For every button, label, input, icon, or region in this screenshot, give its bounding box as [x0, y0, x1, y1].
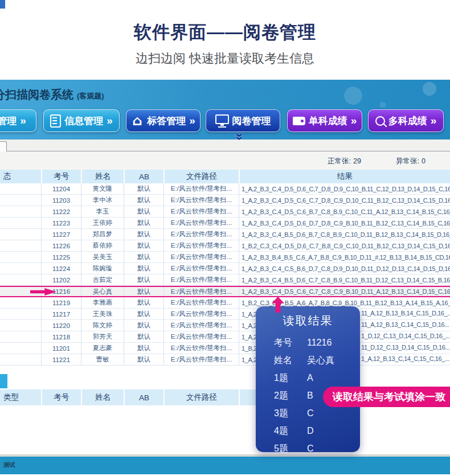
exam-no-cell: 11202	[41, 274, 81, 285]
result-text: 1_A,2_B,3_B,4_B,5_C,6_A,7_B,8_C,9_B,10_D…	[242, 254, 450, 261]
nav-button-grading-manage[interactable]: 阅卷管理	[206, 109, 280, 132]
path-cell: E:/风云软件/慧考扫...	[163, 320, 239, 331]
exam-no-cell: 11224	[41, 263, 81, 274]
popup-answer-label: 2题	[274, 390, 302, 402]
table-row[interactable]: 11222李玉默认E:/风云软件/慧考扫...1_A,2_B,3_C,4_D,5…	[0, 206, 450, 218]
path-cell: E:/风云软件/慧考扫...	[163, 274, 239, 285]
active-tab-chevron-down-icon: »	[232, 133, 248, 140]
wallet-icon	[293, 117, 305, 125]
nav-button-multi-score[interactable]: 多科成绩 »	[368, 109, 444, 132]
nav-button-manage[interactable]: 管理 »	[0, 109, 36, 132]
table-row[interactable]: 11220陈文婷默认E:/风云软件/慧考扫...1_A,2_11_A,12_B,…	[0, 320, 450, 331]
exam-no-cell: 11220	[41, 320, 81, 331]
status-cell	[0, 240, 41, 251]
popup-field-value: 吴心真	[307, 355, 334, 365]
result-cell: 1_A,2_B,3_B,4_B,5_C,6_A,7_B,8_C,9_B,10_D…	[239, 252, 450, 262]
name-cell: 郭芳天	[81, 331, 124, 342]
table-row[interactable]: 11202吉茹定默认E:/风云软件/慧考扫...1_A,2_B,3_C,4_B,…	[0, 274, 450, 286]
chevron-right-icon: »	[351, 114, 357, 127]
ab-cell: 默认	[124, 240, 163, 251]
column-header-ab: AB	[124, 389, 163, 405]
table-row[interactable]: 11218郭芳天默认E:/风云软件/慧考扫...1_A,2_1_D,12_C,1…	[0, 331, 450, 343]
table-row[interactable]: 11204黄文隆默认E:/风云软件/慧考扫...1_A,2_B,3_C,4_D,…	[0, 183, 450, 195]
exam-no-cell: 11226	[41, 240, 81, 251]
nav-button-info-manage[interactable]: 信息管理 »	[43, 109, 120, 132]
popup-field: 姓名吴心真	[274, 355, 360, 367]
result-text: 1_B,2_C,3_C,4_D,5_D,6_C,7_B,8_C,9_C,10_D…	[242, 243, 450, 249]
popup-title: 读取结果	[256, 313, 360, 329]
result-cell: 1_A,2_B,3_C,4_D,5_C,6_B,7_C,8_B,9_C,10_C…	[239, 206, 450, 217]
app-header: 分扫描阅卷系统(客观题) 管理 » 信息管理 » ⌂ 标答管理 » 阅卷管理	[0, 80, 450, 139]
table-row[interactable]: 11224陈婉璇默认E:/风云软件/慧考扫...1_A,2_B,3_C,4_C,…	[0, 263, 450, 274]
ab-cell: 默认	[124, 229, 163, 240]
bottom-panel-tab[interactable]	[0, 374, 7, 388]
status-cell	[0, 252, 41, 262]
status-cell	[0, 331, 41, 342]
chevron-right-icon: »	[107, 114, 113, 127]
status-cell	[0, 320, 41, 331]
nav-button-answerkey-manage[interactable]: ⌂ 标答管理 »	[126, 109, 201, 132]
chevron-right-icon: »	[20, 114, 26, 127]
path-cell: E:/风云软件/慧考扫...	[163, 218, 239, 228]
result-text-tail: 11_A,12_B,13_C,14_C,15_D,16...	[361, 321, 449, 328]
ab-cell: 默认	[124, 309, 163, 319]
table-header-row: 态 考号 姓名 AB 文件路径 结果	[0, 170, 450, 183]
table-row[interactable]: 11201夏志豪默认E:/风云软件/慧考扫...1_B,2_11_D,12_C,…	[0, 343, 450, 354]
popup-answer-value: B	[307, 391, 313, 400]
path-cell: E:/风云软件/慧考扫...	[163, 206, 239, 217]
column-header-name: 姓名	[81, 170, 124, 183]
path-cell: E:/风云软件/慧考扫...	[163, 240, 239, 251]
page-subtitle: 边扫边阅 快速批量读取考生信息	[0, 50, 450, 67]
app-title: 分扫描阅卷系统(客观题)	[0, 87, 104, 102]
status-cell	[0, 343, 41, 354]
column-header-path: 文件路径	[163, 389, 239, 405]
tab-strip	[0, 139, 450, 151]
table-row[interactable]: 11221曹敏默认E:/风云软件/慧考扫...1_A,2_1_A,12_B,13…	[0, 354, 450, 366]
table-row[interactable]: 11226蔡依婷默认E:/风云软件/慧考扫...1_B,2_C,3_C,4_D,…	[0, 240, 450, 252]
column-header-exam-no: 考号	[41, 170, 81, 183]
result-cell: 1_A,2_B,3_C,4_D,5_C,6_C,7_D,8_C,9_D,10_C…	[239, 195, 450, 206]
name-cell: 李雅惠	[81, 297, 124, 308]
exam-no-cell: 11221	[41, 354, 81, 365]
name-cell: 李中冰	[81, 195, 124, 206]
table-row[interactable]: 11227郑昌梦默认E:/风云软件/慧考扫...1_A,2_B,3_C,4_B,…	[0, 229, 450, 240]
name-cell: 李玉	[81, 206, 124, 217]
popup-answer-value: C	[307, 408, 314, 418]
ab-cell: 默认	[124, 274, 163, 285]
status-cell	[0, 183, 41, 194]
nav-button-single-score[interactable]: 单科成绩 »	[287, 109, 362, 132]
chevron-right-icon: »	[189, 114, 195, 127]
page-title: 软件界面——阅卷管理	[0, 20, 450, 44]
ab-cell: 默认	[124, 343, 163, 354]
path-cell: E:/风云软件/慧考扫...	[163, 195, 239, 206]
name-cell: 郑昌梦	[81, 229, 124, 240]
path-cell: E:/风云软件/慧考扫...	[163, 229, 239, 240]
nav-button-label: 单科成绩	[309, 114, 347, 128]
exam-no-cell: 11201	[41, 343, 81, 354]
path-cell: E:/风云软件/慧考扫...	[163, 309, 239, 319]
nav-button-label: 标答管理	[147, 114, 186, 128]
status-bar: 测试	[0, 457, 450, 474]
stats-bar: 正常张:29 异常张:0	[0, 151, 450, 170]
table-row-selected[interactable]: 11216吴心真默认E:/风云软件/慧考扫...1_A,2_B,3_C,4_D,…	[0, 286, 450, 297]
name-cell: 黄文隆	[81, 183, 124, 194]
table-row[interactable]: 11217王美珠默认E:/风云软件/慧考扫...1_A,2_11_A,12_B,…	[0, 309, 450, 320]
table-row[interactable]: 11225吴美玉默认E:/风云软件/慧考扫...1_A,2_B,3_B,4_B,…	[0, 252, 450, 263]
ab-cell: 默认	[124, 195, 163, 206]
popup-answer: 1题A	[274, 372, 360, 384]
column-header-path: 文件路径	[163, 170, 239, 183]
path-cell: E:/风云软件/慧考扫...	[163, 297, 239, 308]
corner-tab[interactable]	[0, 141, 7, 152]
name-cell: 蔡依婷	[81, 240, 124, 251]
name-cell: 陈婉璇	[81, 263, 124, 274]
ab-cell: 默认	[124, 183, 163, 194]
table-row[interactable]: 11223王依婷默认E:/风云软件/慧考扫...1_A,2_B,3_C,4_D,…	[0, 218, 450, 229]
exam-no-cell: 11204	[41, 183, 81, 194]
table-row[interactable]: 11203李中冰默认E:/风云软件/慧考扫...1_A,2_B,3_C,4_D,…	[0, 195, 450, 206]
path-cell: E:/风云软件/慧考扫...	[163, 263, 239, 274]
table-row[interactable]: 11219李雅惠默认E:/风云软件/慧考扫...1_B,2_C,3_D,4_B,…	[0, 297, 450, 309]
result-cell: 1_A,2_B,3_C,4_C,5_B,6_D,7_C,8_D,9_D,10_D…	[239, 263, 450, 274]
search-chart-icon	[375, 116, 385, 126]
name-cell: 陈文婷	[81, 320, 124, 331]
popup-answer-value: A	[307, 373, 313, 383]
